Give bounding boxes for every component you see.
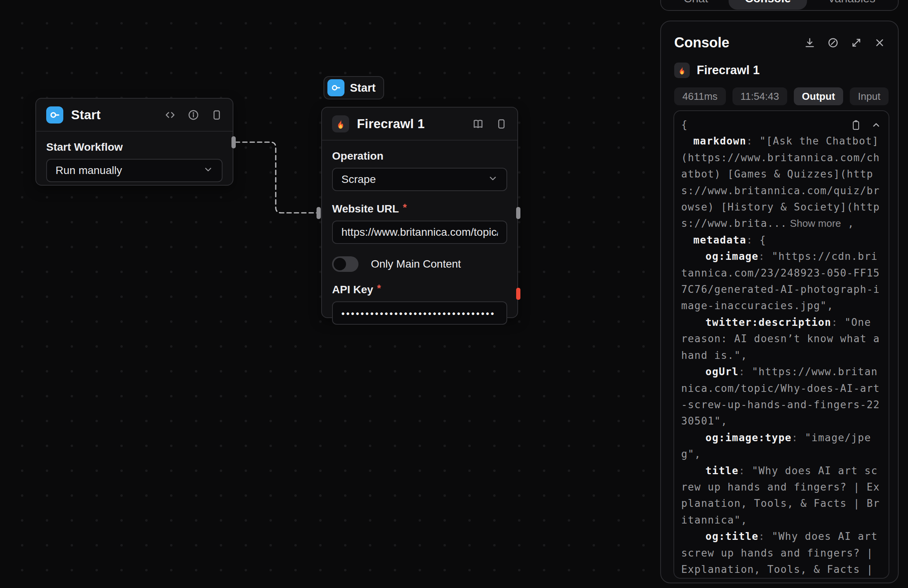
side-panel-icon[interactable] [211,109,223,121]
firecrawl-output-handle[interactable] [516,207,520,219]
website-url-label: Website URL * [332,203,507,215]
start-workflow-label: Start Workflow [46,141,223,153]
fire-icon [674,63,690,78]
console-json-entry: twitter:description: "One reason: AI doe… [681,314,882,364]
json-entries: markdown: "[Ask the Chatbot](https://www… [681,133,882,579]
console-json-entry: og:image:type: "image/jpeg", [681,430,882,463]
code-icon[interactable] [164,109,176,121]
panel-tabs: Chat Console Variables [660,0,899,11]
console-title: Console [674,35,804,51]
show-more-link[interactable]: Show more [787,217,841,229]
collapse-chevron-up-icon[interactable] [871,120,882,132]
operation-select[interactable]: Scrape [332,168,507,191]
clear-ban-icon[interactable] [827,37,839,49]
select-value: Run manually [56,164,122,177]
chevron-down-icon [488,173,498,186]
console-json-entry: metadata: { [681,232,882,248]
website-url-input[interactable]: https://www.britannica.com/topic/Why-doe… [332,221,507,244]
console-panel: Console Firecrawl 1 4611ms [660,21,899,583]
expand-icon[interactable] [851,37,862,49]
operation-label: Operation [332,150,507,162]
copy-icon[interactable] [851,120,861,132]
firecrawl-node[interactable]: Firecrawl 1 Operation Scrape Website URL… [321,107,518,318]
json-output-box[interactable]: { markdown: "[Ask the Chatbot](https://w… [673,110,889,579]
tab-variables[interactable]: Variables [828,0,875,5]
tab-chat[interactable]: Chat [684,0,708,5]
close-icon[interactable] [874,37,885,49]
required-asterisk: * [377,282,381,294]
start-keyframe-icon [46,106,63,124]
firecrawl-error-handle[interactable] [516,288,520,300]
toggle-knob [334,258,346,270]
run-trigger-select[interactable]: Run manually [46,159,223,182]
fire-icon [332,115,349,132]
node-title: Start [71,108,157,122]
select-value: Scrape [341,173,376,186]
download-icon[interactable] [804,37,816,49]
console-json-entry: og:title: "Why does AI art screw up hand… [681,528,882,579]
required-asterisk: * [403,202,407,214]
node-title: Firecrawl 1 [357,117,464,131]
tab-console[interactable]: Console [729,0,807,10]
start-pill-label: Start [350,82,376,94]
api-key-label: API Key * [332,284,507,296]
duration-badge: 4611ms [674,87,726,105]
chevron-down-icon [203,164,213,177]
console-json-entry: og:image: "https://cdn.britannica.com/23… [681,248,882,314]
only-main-content-toggle[interactable] [332,256,358,272]
docs-book-icon[interactable] [472,118,484,130]
firecrawl-input-handle[interactable] [317,207,321,219]
info-icon[interactable] [188,109,199,121]
api-key-input[interactable]: •••••••••••••••••••••••••••••••• [332,301,507,325]
toggle-label: Only Main Content [371,258,461,270]
workflow-canvas[interactable]: Start Start Workflow Run manually Start [0,0,908,588]
console-json-entry: markdown: "[Ask the Chatbot](https://www… [681,133,882,231]
workflow-edge[interactable] [235,142,318,213]
console-json-entry: title: "Why does AI art screw up hands a… [681,463,882,529]
time-badge: 11:54:43 [732,87,787,105]
side-panel-icon[interactable] [496,118,507,130]
firecrawl-node-header: Firecrawl 1 [322,108,517,140]
start-output-handle[interactable] [231,136,236,148]
masked-api-key: •••••••••••••••••••••••••••••••• [341,308,496,319]
console-json-entry: ogUrl: "https://www.britannica.com/topic… [681,364,882,430]
output-tab-badge[interactable]: Output [794,87,843,105]
input-tab-badge[interactable]: Input [850,87,889,105]
start-pill-button[interactable]: Start [324,76,384,99]
start-node-header: Start [36,99,233,131]
start-node[interactable]: Start Start Workflow Run manually [35,98,233,186]
console-node-name: Firecrawl 1 [697,63,760,77]
start-keyframe-icon [327,79,344,96]
